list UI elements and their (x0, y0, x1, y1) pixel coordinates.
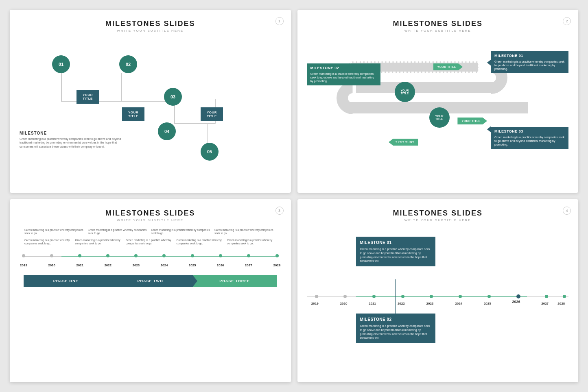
yr4-2025: 2025 (484, 302, 491, 305)
phase-two-arrow (192, 275, 197, 287)
dot4-2025 (487, 295, 491, 298)
slide-4-subtitle: WRITE YOUR SUBTITLE HERE (307, 218, 569, 222)
slide-2-subtitle: WRITE YOUR SUBTITLE HERE (307, 29, 569, 33)
slide-2-header: MILESTONES SLIDES WRITE YOUR SUBTITLE HE… (307, 20, 569, 33)
year-2020: 2020 (48, 264, 55, 267)
connector-line-8 (207, 123, 208, 143)
connector-m2 (395, 296, 396, 314)
slide-2-number: 2 (563, 17, 571, 25)
milestone-box-01: MILESTONE 01 Green marketing is a practi… (491, 51, 568, 73)
dot-2028 (275, 254, 279, 257)
dot4-2024 (459, 295, 462, 298)
milestone-01-desc: Green marketing is a practice whereby co… (494, 60, 565, 71)
dot4-2023 (430, 295, 433, 298)
milestone-card-01: MILESTONE 01 Green marketing is a practi… (356, 237, 435, 266)
milestone-box-2: YOURTITLE (122, 107, 144, 121)
milestone-03-desc: Green marketing is a practice whereby co… (494, 135, 565, 146)
col-text-2: Green marketing is a practice whereby co… (87, 229, 151, 235)
connector-line-3 (121, 73, 122, 101)
arrow-your-title-2: YOUR TITLE (389, 139, 418, 146)
slide-1: MILESTONES SLIDES WRITE YOUR SUBTITLE HE… (10, 10, 291, 193)
milestone-box-3: YOURTITLE (201, 107, 223, 121)
yr4-2024: 2024 (455, 302, 462, 305)
slide-2-content: YOUR TITLE YOUR TITLE YOURTITLE YOURTITL… (307, 39, 569, 153)
yr4-2028: 2028 (557, 302, 565, 305)
year-2027: 2027 (245, 264, 252, 267)
milestone-circle-1: 01 (52, 55, 70, 73)
phase-one-arrow (108, 275, 113, 287)
slide-4-number: 4 (563, 207, 571, 215)
arrow-to-m1 (487, 59, 491, 66)
col-text-b4: Green marketing is a practice whereby co… (176, 239, 227, 246)
phase-three: PHASE THREE (192, 275, 277, 287)
phase-two: PHASE TWO (108, 275, 193, 287)
timeline-3: 2019 2020 2021 2022 2023 2024 2025 2026 … (24, 250, 277, 262)
dot-2025 (191, 254, 194, 257)
dot-2027 (247, 254, 250, 257)
year-2019: 2019 (20, 264, 27, 267)
arrow-your-title-3: YOUR TITLE (457, 118, 487, 124)
slide-3: MILESTONES SLIDES WRITE YOUR SUBTITLE HE… (10, 199, 291, 382)
arrow-your-title-1: YOUR TITLE (433, 63, 463, 70)
slide-4-content: MILESTONE 01 Green marketing is a practi… (307, 229, 569, 351)
slide-1-number: 1 (275, 17, 284, 25)
year-2021: 2021 (76, 264, 83, 267)
milestone-label: MILESTONE (20, 131, 121, 135)
yr4-2022: 2022 (398, 302, 405, 305)
col-text-b1: Green marketing is a practice whereby co… (24, 239, 74, 246)
dot-2024 (162, 254, 166, 257)
slide-3-content: Green marketing is a practice whereby co… (20, 229, 281, 287)
slide-3-header: MILESTONES SLIDES WRITE YOUR SUBTITLE HE… (20, 209, 281, 222)
slide-2: MILESTONES SLIDES WRITE YOUR SUBTITLE HE… (297, 10, 579, 193)
dot-2021 (78, 254, 81, 257)
col-text-3: Green marketing is a practice whereby co… (150, 229, 214, 235)
milestone-02-desc: Green marketing is a practice whereby co… (310, 72, 377, 83)
below-text-row: Green marketing is a practice whereby co… (24, 239, 277, 246)
year-2022: 2022 (104, 264, 111, 267)
dot-2019 (22, 254, 25, 257)
milestone-card-02: MILESTONE 02 Green marketing is a practi… (356, 314, 435, 343)
milestone-circle-3: 03 (164, 88, 182, 106)
your-title-badge-1: YOURTITLE (395, 82, 415, 102)
col-text-1: Green marketing is a practice whereby co… (24, 229, 87, 235)
connector-line-5 (174, 104, 175, 124)
yr4-2027: 2027 (541, 302, 549, 305)
slide-4-header: MILESTONES SLIDES WRITE YOUR SUBTITLE HE… (307, 209, 569, 222)
above-text-row: Green marketing is a practice whereby co… (24, 229, 277, 235)
milestone-box-02: MILESTONE 02 Green marketing is a practi… (307, 63, 380, 85)
slide-2-title: MILESTONES SLIDES (307, 20, 569, 28)
phase-bar: PHASE ONE PHASE TWO PHASE THREE (24, 275, 277, 287)
dot-2023 (134, 254, 138, 257)
slide-1-header: MILESTONES SLIDES WRITE YOUR SUBTITLE HE… (20, 20, 281, 33)
year-2026: 2026 (217, 264, 224, 267)
phase-one: PHASE ONE (24, 275, 108, 287)
milestone-info: MILESTONE Green marketing is a practice … (20, 131, 121, 149)
slide-1-content: 01 02 03 04 05 YOURTITLE YOURTITLE YOURT… (20, 39, 281, 153)
slide-4: MILESTONES SLIDES WRITE YOUR SUBTITLE HE… (297, 199, 579, 382)
dot-2026 (219, 254, 222, 257)
milestone-circle-4: 04 (158, 122, 176, 140)
connector-m1 (395, 279, 396, 296)
yr4-2019: 2019 (311, 302, 319, 305)
year-2023: 2023 (132, 264, 140, 267)
slide-4-title: MILESTONES SLIDES (307, 209, 569, 218)
slide-1-subtitle: WRITE YOUR SUBTITLE HERE (20, 29, 281, 33)
timeline-4-green (356, 296, 527, 297)
milestone-02-title-4: MILESTONE 02 (360, 317, 431, 322)
dot4-2026 (516, 294, 520, 298)
milestone-02-title: MILESTONE 02 (310, 66, 377, 71)
year-2024: 2024 (161, 264, 168, 267)
milestone-description: Green marketing is a practice whereby co… (20, 137, 121, 149)
milestone-01-title: MILESTONE 01 (494, 54, 565, 59)
milestone-box-1: YOURTITLE (77, 90, 99, 104)
dot4-2028 (563, 295, 566, 298)
dot4-2019 (315, 295, 318, 298)
milestone-box-03: MILESTONE 03 Green marketing is a practi… (491, 127, 568, 149)
milestone-circle-2: 02 (119, 55, 137, 73)
year-2028: 2028 (273, 264, 281, 267)
slide-1-title: MILESTONES SLIDES (20, 20, 281, 28)
milestone-03-title: MILESTONE 03 (494, 129, 565, 134)
slide-3-title: MILESTONES SLIDES (20, 209, 281, 218)
arrow-to-m3 (487, 126, 491, 133)
yr4-2020: 2020 (340, 302, 348, 305)
